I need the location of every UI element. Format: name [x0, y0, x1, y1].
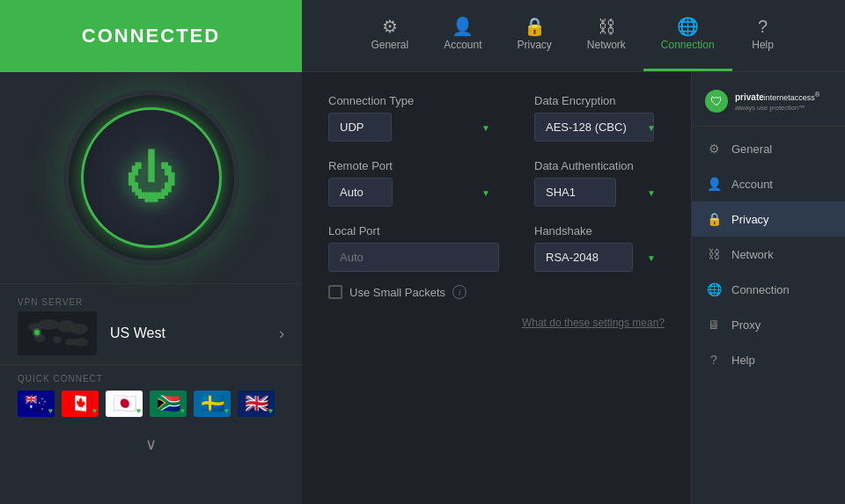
- network-icon: ⛓: [598, 18, 615, 35]
- remote-port-label: Remote Port: [328, 159, 499, 172]
- connection-icon: 🌐: [677, 18, 699, 35]
- use-small-packets-label: Use Small Packets: [349, 286, 445, 299]
- what-settings-link[interactable]: What do these settings mean?: [328, 317, 665, 329]
- brand-name: privateinternetaccess®: [735, 91, 819, 104]
- remote-port-select[interactable]: Auto 8080 443 80: [328, 178, 393, 207]
- general-icon: ⚙: [382, 18, 398, 35]
- data-auth-group: Data Authentication SHA1 SHA256 None: [534, 159, 665, 207]
- data-auth-label: Data Authentication: [534, 159, 665, 172]
- general-sidebar-icon: ⚙: [705, 140, 723, 157]
- data-auth-select[interactable]: SHA1 SHA256 None: [534, 178, 616, 207]
- brand-header: 🛡 privateinternetaccess® always use prot…: [692, 81, 845, 127]
- data-encryption-select-wrap: AES-128 (CBC) AES-256 (CBC) None: [534, 113, 665, 142]
- vpn-server-section: VPN SERVER: [0, 283, 302, 364]
- data-auth-select-wrap: SHA1 SHA256 None: [534, 178, 665, 207]
- local-port-label: Local Port: [328, 224, 499, 237]
- nav-tabs: ⚙ General 👤 Account 🔒 Privacy ⛓ Network …: [302, 0, 845, 71]
- data-encryption-select[interactable]: AES-128 (CBC) AES-256 (CBC) None: [534, 113, 654, 142]
- heart-icon-gb: ♥: [268, 406, 273, 415]
- data-encryption-group: Data Encryption AES-128 (CBC) AES-256 (C…: [534, 94, 665, 142]
- info-icon[interactable]: i: [452, 285, 467, 299]
- connection-type-select[interactable]: UDP TCP: [328, 113, 392, 142]
- svg-point-6: [53, 336, 62, 343]
- main-content: ⏻ VPN SERVER: [0, 72, 845, 504]
- svg-rect-0: [18, 311, 97, 355]
- connection-type-group: Connection Type UDP TCP: [328, 94, 499, 142]
- center-panel: Connection Type UDP TCP Data Encryption …: [302, 72, 691, 504]
- tab-privacy[interactable]: 🔒 Privacy: [499, 0, 569, 71]
- connection-type-label: Connection Type: [328, 94, 499, 107]
- sidebar-item-proxy[interactable]: 🖥 Proxy: [692, 307, 845, 342]
- svg-point-4: [70, 324, 88, 334]
- flag-japan[interactable]: ♥: [106, 391, 143, 417]
- sidebar-item-network[interactable]: ⛓ Network: [692, 237, 845, 272]
- svg-point-2: [38, 319, 59, 330]
- brand-shield-icon: 🛡: [705, 90, 728, 113]
- sidebar-item-connection[interactable]: 🌐 Connection: [692, 272, 845, 307]
- heart-icon-jp: ♥: [136, 406, 141, 415]
- handshake-select-wrap: RSA-2048 RSA-4096 ECC-256k1: [534, 243, 665, 272]
- data-encryption-label: Data Encryption: [534, 94, 665, 107]
- quick-connect-section: QUICK CONNECT ♥ ♥ ♥ ♥ ♥ ♥: [0, 364, 302, 426]
- svg-point-8: [74, 338, 88, 347]
- handshake-label: Handshake: [534, 224, 665, 237]
- heart-icon-za: ♥: [180, 406, 185, 415]
- tab-help[interactable]: ? Help: [732, 0, 794, 71]
- vpn-server-info: US West: [18, 311, 165, 355]
- help-sidebar-icon: ?: [705, 351, 723, 369]
- left-panel: ⏻ VPN SERVER: [0, 72, 302, 504]
- heart-icon-se: ♥: [224, 406, 229, 415]
- svg-point-10: [33, 328, 41, 337]
- heart-icon-ca: ♥: [92, 406, 97, 415]
- tab-network[interactable]: ⛓ Network: [569, 0, 643, 71]
- brand-text: privateinternetaccess® always use protec…: [735, 91, 819, 112]
- flag-australia[interactable]: ♥: [18, 391, 55, 417]
- sidebar-item-help[interactable]: ? Help: [692, 342, 845, 377]
- flag-canada[interactable]: ♥: [62, 391, 99, 417]
- use-small-packets-row: Use Small Packets i: [328, 285, 665, 299]
- help-icon: ?: [758, 18, 768, 35]
- account-icon: 👤: [452, 18, 474, 35]
- sidebar-item-account[interactable]: 👤 Account: [692, 166, 845, 201]
- chevron-right-icon[interactable]: ›: [279, 325, 284, 343]
- network-sidebar-icon: ⛓: [705, 245, 723, 263]
- vpn-server-row: US West ›: [18, 311, 284, 355]
- power-button-outer: ⏻: [63, 90, 239, 266]
- sidebar-menu: ⚙ General 👤 Account 🔒 Privacy ⛓ Network …: [692, 127, 845, 382]
- handshake-group: Handshake RSA-2048 RSA-4096 ECC-256k1: [534, 224, 665, 272]
- flag-row: ♥ ♥ ♥ ♥ ♥ ♥: [18, 391, 284, 417]
- privacy-sidebar-icon: 🔒: [705, 210, 723, 228]
- account-sidebar-icon: 👤: [705, 175, 723, 193]
- remote-port-group: Remote Port Auto 8080 443 80: [328, 159, 499, 207]
- connection-type-select-wrap: UDP TCP: [328, 113, 499, 142]
- proxy-sidebar-icon: 🖥: [705, 316, 723, 333]
- power-icon: ⏻: [125, 151, 178, 204]
- local-port-input[interactable]: [328, 243, 499, 272]
- local-port-group: Local Port: [328, 224, 499, 272]
- flag-uk[interactable]: ♥: [238, 391, 275, 417]
- flag-south-africa[interactable]: ♥: [150, 391, 187, 417]
- use-small-packets-checkbox[interactable]: [328, 285, 342, 299]
- top-nav: CONNECTED ⚙ General 👤 Account 🔒 Privacy …: [0, 0, 845, 72]
- power-button[interactable]: ⏻: [81, 107, 222, 248]
- world-map: [18, 311, 97, 355]
- tab-general[interactable]: ⚙ General: [353, 0, 426, 71]
- settings-grid: Connection Type UDP TCP Data Encryption …: [328, 94, 665, 272]
- remote-port-select-wrap: Auto 8080 443 80: [328, 178, 499, 207]
- brand-tagline: always use protection™: [735, 104, 819, 112]
- tab-account[interactable]: 👤 Account: [426, 0, 499, 71]
- handshake-select[interactable]: RSA-2048 RSA-4096 ECC-256k1: [534, 243, 633, 272]
- right-sidebar: 🛡 privateinternetaccess® always use prot…: [691, 72, 845, 504]
- privacy-icon: 🔒: [524, 18, 546, 35]
- connection-sidebar-icon: 🌐: [705, 281, 723, 298]
- sidebar-item-general[interactable]: ⚙ General: [692, 131, 845, 166]
- tab-connection[interactable]: 🌐 Connection: [643, 0, 732, 71]
- sidebar-item-privacy[interactable]: 🔒 Privacy: [692, 201, 845, 237]
- chevron-down-icon[interactable]: ∨: [0, 435, 302, 454]
- connected-badge: CONNECTED: [0, 0, 302, 72]
- flag-sweden[interactable]: ♥: [194, 391, 231, 417]
- heart-icon-au: ♥: [48, 406, 53, 415]
